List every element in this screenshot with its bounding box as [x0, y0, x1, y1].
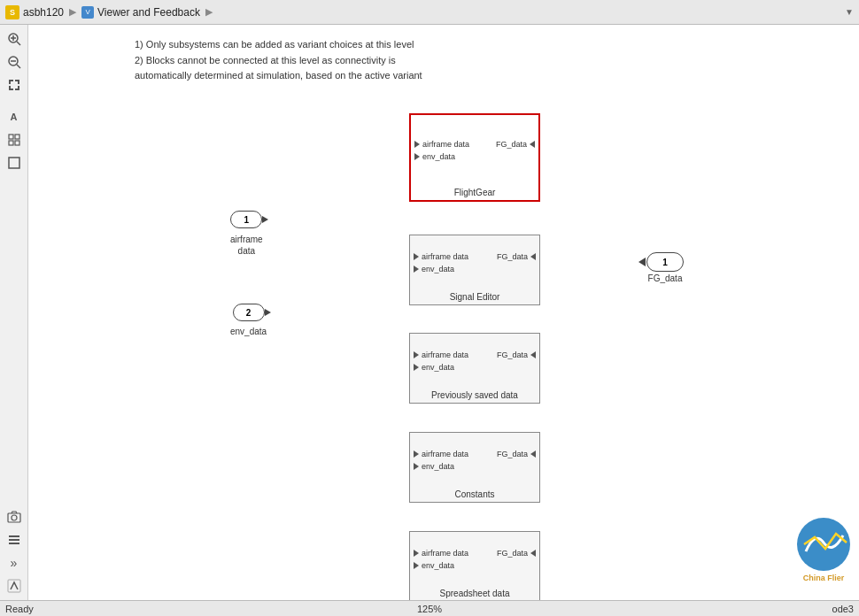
svg-rect-22 [9, 535, 19, 537]
fg-in1-label: airframe data [422, 140, 469, 149]
spread-inner: airframe data FG_data env_data [410, 532, 539, 587]
expand-button[interactable]: ▼ [845, 7, 854, 17]
sig-in1-label: airframe data [422, 252, 468, 261]
port2-number: 2 [246, 308, 252, 318]
breadcrumb-arrow2: ▶ [205, 6, 213, 18]
block-signal-editor[interactable]: airframe data FG_data env_data Signal Ed… [409, 235, 540, 305]
fg-in1-arrow [414, 141, 420, 148]
sig-out-label: FG_data [497, 252, 528, 261]
block-previously-saved[interactable]: airframe data FG_data env_data Previousl… [409, 333, 540, 404]
more-button[interactable]: » [4, 552, 25, 574]
const-out-arrow [530, 450, 536, 458]
status-zoom: 125% [417, 604, 442, 614]
const-label: Constants [410, 489, 539, 499]
prev-port-row2: env_data [410, 361, 539, 373]
block-flightgear[interactable]: airframe data FG_data env_data FlightGea… [409, 113, 540, 202]
input-port-2[interactable]: 2 env_data [230, 304, 267, 336]
svg-rect-15 [9, 135, 13, 139]
port1-arrow [262, 216, 268, 223]
prev-out-arrow [530, 351, 536, 358]
grid-button[interactable] [4, 129, 25, 150]
fg-label: FlightGear [411, 188, 538, 197]
watermark-text: China Flier [803, 574, 845, 582]
fg-port-row1: airframe data FG_data [411, 138, 538, 150]
spread-label: Spreadsheet data [410, 589, 539, 598]
signal-label: Signal Editor [410, 292, 539, 302]
frame-button[interactable] [4, 152, 25, 173]
port2-arrow [265, 309, 271, 316]
prev-inner: airframe data FG_data env_data [410, 334, 539, 389]
port1-ellipse[interactable]: 1 [230, 211, 262, 228]
info-text: 1) Only subsystems can be added as varia… [135, 37, 422, 84]
list-button[interactable] [4, 529, 25, 551]
const-in2-label: env_data [422, 462, 454, 471]
sig-in2-arrow [414, 266, 419, 273]
output-ellipse[interactable]: 1 [646, 252, 684, 272]
svg-rect-10 [18, 80, 19, 84]
const-in1-label: airframe data [422, 450, 468, 458]
sig-in2-label: env_data [422, 265, 454, 273]
watermark-circle [797, 518, 850, 571]
arrow-button[interactable] [4, 575, 25, 597]
svg-rect-19 [9, 158, 19, 168]
sig-port-row2: env_data [410, 263, 539, 275]
svg-rect-14 [18, 86, 19, 90]
signal-inner: airframe data FG_data env_data [410, 235, 539, 290]
svg-rect-12 [9, 86, 11, 90]
spread-in2-arrow [414, 562, 419, 569]
output-label: FG_data [648, 273, 683, 283]
spread-out-arrow [530, 550, 536, 557]
fg-in2-label: env_data [422, 152, 455, 161]
block-spreadsheet[interactable]: airframe data FG_data env_data Spreadshe… [409, 531, 540, 600]
simulink-icon: S [5, 5, 19, 19]
info-line1: 1) Only subsystems can be added as varia… [135, 37, 422, 53]
info-line2: 2) Blocks cannot be connected at this le… [135, 53, 422, 69]
output-port[interactable]: 1 FG_data [646, 252, 684, 283]
info-line3: automatically determined at simulation, … [135, 68, 422, 84]
text-button[interactable]: A [4, 106, 25, 127]
spread-in1-label: airframe data [422, 549, 468, 558]
canvas-area: 1) Only subsystems can be added as varia… [28, 25, 859, 600]
breadcrumb-asbh120[interactable]: asbh120 [23, 6, 64, 19]
sig-in1-arrow [414, 253, 419, 260]
breadcrumb-viewer[interactable]: Viewer and Feedback [97, 6, 200, 19]
svg-rect-17 [9, 141, 13, 145]
port1-label: airframedata [230, 234, 263, 257]
fit-button[interactable] [4, 74, 25, 96]
zoom-in-button[interactable] [4, 28, 25, 50]
prev-in1-arrow [414, 351, 419, 358]
svg-line-5 [17, 65, 20, 68]
sig-out-arrow [530, 253, 536, 260]
const-in1-arrow [414, 450, 419, 458]
spread-in2-label: env_data [422, 561, 454, 570]
main-layout: A » 1) Only subsystems can be added as v… [0, 25, 859, 600]
breadcrumb-arrow1: ▶ [69, 6, 76, 18]
port1-number: 1 [244, 215, 250, 225]
svg-rect-24 [9, 543, 19, 544]
camera-button[interactable] [4, 506, 25, 527]
status-bar: Ready 125% ode3 [0, 600, 859, 616]
breadcrumb-icon2: V [81, 6, 94, 19]
zoom-out-button[interactable] [4, 51, 25, 73]
port2-label: env_data [230, 327, 267, 336]
prev-in2-label: env_data [422, 363, 454, 372]
status-solver: ode3 [832, 604, 854, 614]
fg-in2-arrow [414, 153, 420, 160]
spread-in1-arrow [414, 550, 419, 557]
svg-rect-23 [9, 539, 19, 541]
const-in2-arrow [414, 463, 419, 470]
input-port-1[interactable]: 1 airframedata [230, 211, 263, 257]
fg-out-label: FG_data [496, 140, 527, 149]
block-constants[interactable]: airframe data FG_data env_data Constants [409, 432, 540, 503]
output-arrow [638, 258, 646, 266]
svg-line-1 [17, 42, 20, 45]
svg-rect-18 [15, 141, 19, 145]
svg-rect-16 [15, 135, 19, 139]
output-number: 1 [662, 258, 668, 267]
port2-ellipse[interactable]: 2 [233, 304, 265, 321]
spread-port-row2: env_data [410, 559, 539, 572]
svg-point-21 [12, 515, 17, 520]
sig-port-row1: airframe data FG_data [410, 250, 539, 263]
spread-port-row1: airframe data FG_data [410, 547, 539, 559]
prev-in2-arrow [414, 364, 419, 371]
